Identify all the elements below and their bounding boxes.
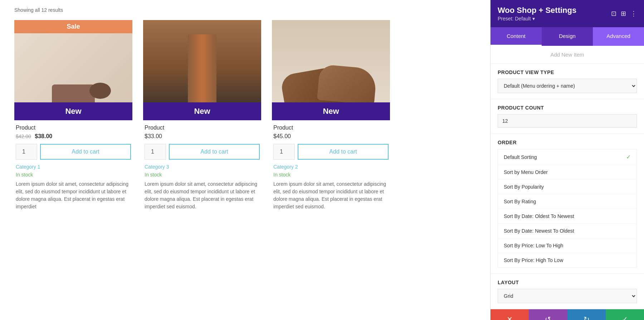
price-old-1: $42.00 [16,134,31,139]
price-wrap-1: $42.00 $38.00 [16,133,131,140]
order-option-date-oldest[interactable]: Sort By Date: Oldest To Newest [498,209,636,224]
layout-select[interactable]: Grid List [498,289,637,303]
product-view-type-section: Product View Type Default (Menu ordering… [491,64,644,99]
add-to-cart-wrap-3: Add to cart [273,144,389,160]
panel-preset[interactable]: Preset: Default ▾ [498,16,576,21]
tab-content[interactable]: Content [491,27,542,46]
product-card-3: New Product $45.00 Add to cart Category … [272,20,390,215]
panel-header: Woo Shop + Settings Preset: Default ▾ ⊡ … [491,0,644,27]
order-option-menu-order[interactable]: Sort by Menu Order [498,165,636,180]
new-badge-1: New [14,102,132,120]
qty-input-3[interactable] [273,144,295,160]
category-link-1[interactable]: Category 1 [16,164,131,170]
price-wrap-3: $45.00 [273,133,389,140]
product-name-2: Product [145,125,260,131]
panel-toolbar: ✕ ↺ ↻ ✓ [491,309,644,320]
product-name-3: Product [273,125,389,131]
qty-input-1[interactable] [16,144,37,160]
qty-input-2[interactable] [145,144,166,160]
layout-icon[interactable]: ⊞ [621,10,626,18]
undo-button[interactable]: ↺ [529,309,567,320]
product-card: Sale New Product $42.00 $38.00 Add to ca… [14,20,132,215]
price-new-1: $38.00 [35,133,52,139]
order-label: Order [498,140,637,145]
product-image-wrap-3: New [272,20,390,120]
product-card-2: New Product $33.00 Add to cart Category … [143,20,261,215]
order-option-rating[interactable]: Sort By Rating [498,194,636,209]
layout-section: Layout Grid List [491,274,644,309]
settings-panel: Woo Shop + Settings Preset: Default ▾ ⊡ … [490,0,644,320]
price-wrap-2: $33.00 [145,133,260,140]
redo-button[interactable]: ↻ [567,309,606,320]
product-view-type-label: Product View Type [498,69,637,75]
fullscreen-icon[interactable]: ⊡ [611,10,616,18]
sale-badge: Sale [14,20,132,33]
category-link-3[interactable]: Category 2 [273,164,389,170]
layout-label: Layout [498,280,637,285]
shop-area: Showing all 12 results Sale New Product … [0,0,490,320]
product-info-3: Product $45.00 Add to cart Category 2 In… [272,120,390,215]
product-desc-1: Lorem ipsum dolor sit amet, consectetur … [16,180,131,210]
product-view-type-select[interactable]: Default (Menu ordering + name) [498,79,637,93]
tab-design[interactable]: Design [542,27,593,46]
product-desc-2: Lorem ipsum dolor sit amet, consectetur … [145,180,260,210]
product-count-label: Product Count [498,105,637,111]
new-badge-3: New [272,102,390,120]
add-to-cart-button-1[interactable]: Add to cart [40,144,131,160]
product-count-section: Product Count [491,99,644,134]
in-stock-2: In stock [145,172,260,178]
order-option-default[interactable]: Default Sorting ✓ [498,149,636,165]
panel-tabs: Content Design Advanced [491,27,644,46]
save-button[interactable]: ✓ [606,309,644,320]
products-grid: Sale New Product $42.00 $38.00 Add to ca… [14,20,390,215]
order-section: Order Default Sorting ✓ Sort by Menu Ord… [491,134,644,274]
selected-check-icon: ✓ [626,154,631,160]
product-desc-3: Lorem ipsum dolor sit amet, consectetur … [273,180,389,210]
product-image-wrap: Sale New [14,20,132,120]
order-option-price-low[interactable]: Sort By Price: Low To High [498,238,636,253]
order-option-date-newest[interactable]: Sort By Date: Newest To Oldest [498,224,636,238]
product-name-1: Product [16,125,131,131]
add-new-item[interactable]: Add New Item [491,46,644,64]
order-dropdown: Default Sorting ✓ Sort by Menu Order Sor… [498,149,637,268]
cancel-button[interactable]: ✕ [491,309,529,320]
tab-advanced[interactable]: Advanced [593,27,644,46]
new-badge-2: New [143,102,261,120]
in-stock-1: In stock [16,172,131,178]
results-count: Showing all 12 results [14,7,476,13]
price-regular-3: $45.00 [273,133,291,139]
product-image-wrap-2: New [143,20,261,120]
panel-title-wrap: Woo Shop + Settings Preset: Default ▾ [498,6,576,21]
panel-title: Woo Shop + Settings [498,6,576,15]
product-count-input[interactable] [498,114,637,128]
panel-header-icons: ⊡ ⊞ ⋮ [611,10,637,18]
price-regular-2: $33.00 [145,133,162,139]
add-to-cart-wrap-2: Add to cart [145,144,260,160]
order-option-price-high[interactable]: Sort By Price: High To Low [498,253,636,267]
add-to-cart-button-2[interactable]: Add to cart [169,144,260,160]
order-option-popularity[interactable]: Sort By Popularity [498,180,636,194]
in-stock-3: In stock [273,172,389,178]
more-icon[interactable]: ⋮ [630,10,637,18]
add-to-cart-button-3[interactable]: Add to cart [298,144,389,160]
product-info-1: Product $42.00 $38.00 Add to cart Catego… [14,120,132,215]
panel-content: Add New Item Product View Type Default (… [491,46,644,309]
add-to-cart-wrap-1: Add to cart [16,144,131,160]
product-info-2: Product $33.00 Add to cart Category 3 In… [143,120,261,215]
category-link-2[interactable]: Category 3 [145,164,260,170]
